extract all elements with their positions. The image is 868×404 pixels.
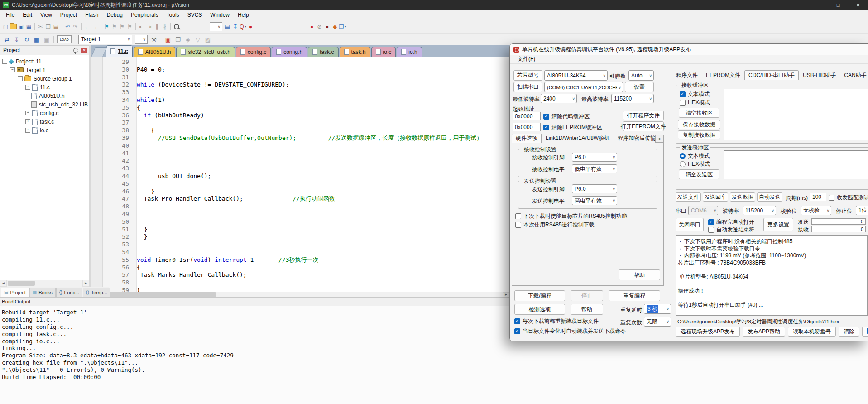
tx-hex-mode-radio[interactable]: HEX模式 — [680, 160, 710, 168]
cut-icon[interactable]: ✂ — [37, 23, 44, 31]
menu-window[interactable]: Window — [206, 11, 234, 19]
panel-close-icon[interactable]: ✕ — [81, 48, 87, 53]
match-test-checkbox[interactable]: 收发匹配测试 — [829, 194, 868, 202]
stopbit-combo[interactable]: 1位 — [856, 206, 868, 215]
menu-flash[interactable]: Flash — [81, 11, 102, 19]
rx-buffer-textarea[interactable] — [724, 89, 868, 140]
repeat-program-button[interactable]: 重复编程 — [609, 290, 660, 301]
com-combo[interactable]: COM6∨ — [688, 206, 718, 215]
undo-icon[interactable]: ↶ — [64, 23, 72, 31]
annotate-icon[interactable]: ▤ — [224, 23, 231, 31]
bookmark-next-icon[interactable]: ⚑ — [118, 23, 126, 31]
scroll-thumb[interactable] — [8, 281, 35, 286]
breakpoint-margin[interactable] — [91, 57, 103, 292]
autoload-on-change-checkbox[interactable]: 当目标文件变化时自动装载并发送下载命令 — [514, 327, 626, 335]
uncomment-icon[interactable]: ∦ — [161, 23, 168, 31]
send-data-button[interactable]: 发送数据 — [730, 192, 755, 202]
editor-tab-ai8051u-h[interactable]: AI8051U.h — [134, 47, 176, 57]
bookmark-prev-icon[interactable]: ⚑ — [110, 23, 118, 31]
expand-icon[interactable]: + — [25, 128, 30, 133]
editor-tab-config-h[interactable]: config.h — [272, 47, 307, 57]
sidebar-tab-project[interactable]: ▤Project — [1, 288, 29, 297]
tx-level-combo[interactable]: 高电平有效∨ — [572, 196, 617, 205]
tree-item-task-c[interactable]: +task.c — [0, 117, 89, 126]
expand-icon[interactable]: + — [25, 85, 30, 90]
editor-hscrollbar[interactable]: ◄ ► — [91, 292, 509, 297]
find-text-combo[interactable]: ∨ — [210, 22, 222, 31]
batch-build-icon[interactable]: ▦ — [32, 35, 42, 43]
more-settings-button[interactable]: 更多设置 — [763, 218, 793, 231]
rx-level-combo[interactable]: 低电平有效∨ — [572, 164, 617, 173]
navigate-back-icon[interactable]: ← — [83, 23, 91, 31]
hw-tab-1[interactable]: Link1D/Writer1A/U8W脱机 — [542, 134, 614, 143]
bottom-button-1[interactable]: 发布APP帮助 — [743, 327, 785, 337]
tree-item-project-11[interactable]: −Project: 11 — [0, 57, 89, 66]
auto-send-terminator-checkbox[interactable]: 自动发送结束符 — [708, 226, 754, 234]
send-enter-button[interactable]: 发送回车 — [703, 192, 728, 202]
menu-file[interactable]: File — [2, 11, 19, 19]
menu-project[interactable]: Project — [56, 11, 81, 19]
download-icon[interactable]: LOAD — [57, 35, 72, 43]
repeat-times-combo[interactable]: 无限∨ — [644, 317, 671, 327]
editor-tab-io-c[interactable]: io.c — [371, 47, 396, 57]
scroll-thumb[interactable] — [98, 292, 216, 297]
project-panel-hscrollbar[interactable]: ◄ ► — [0, 280, 89, 287]
filter-icon[interactable]: ▽ — [193, 35, 203, 43]
target-select-combo[interactable]: Target 1∨ — [78, 35, 132, 44]
clear-code-buffer-checkbox[interactable]: 清除代码缓冲区 — [543, 113, 590, 120]
translate-icon[interactable]: ⇄ — [2, 35, 12, 43]
pack-installer-icon[interactable]: ◈ — [183, 35, 193, 43]
window-layout-icon[interactable]: ❐ — [173, 35, 183, 43]
help-button[interactable]: 帮助 — [571, 304, 603, 315]
copy-icon[interactable]: ❐ — [44, 23, 52, 31]
code-address-input[interactable]: 0x0000 — [513, 112, 541, 120]
auto-open-after-program-checkbox[interactable]: 编程完自动打开 — [708, 218, 754, 226]
send-file-button[interactable]: 发送文件 — [676, 192, 701, 202]
save-rx-button[interactable]: 保存接收数据 — [678, 120, 720, 129]
menu-edit[interactable]: Edit — [19, 11, 36, 19]
menu-peripherals[interactable]: Peripherals — [127, 11, 163, 19]
serial-port-combo[interactable]: (COM6) CDC1-UART1,2CDC+HID∨ — [544, 82, 623, 92]
open-eeprom-file-button[interactable]: 打开EEPROM文件 — [623, 121, 664, 131]
menu-view[interactable]: View — [36, 11, 56, 19]
sidebar-tab-books[interactable]: ▥Books — [29, 288, 56, 297]
scroll-right-icon[interactable]: ► — [82, 280, 89, 287]
copy-rx-button[interactable]: 复制接收数据 — [678, 130, 720, 139]
tx-buffer-textarea[interactable] — [724, 150, 868, 179]
assist-tab-3[interactable]: USB-HID助手 — [799, 70, 840, 80]
assist-tab-1[interactable]: EEPROM文件 — [702, 70, 744, 80]
tx-pin-combo[interactable]: P6.0∨ — [572, 184, 617, 193]
menu-debug[interactable]: Debug — [103, 11, 127, 19]
paste-icon[interactable]: ▤ — [52, 23, 60, 31]
assist-tab-2[interactable]: CDC/HID-串口助手 — [744, 70, 799, 80]
new-file-icon[interactable]: ▢ — [2, 23, 10, 31]
editor-tab-stc32-stc8-usb-h[interactable]: stc32_stc8_usb.h — [176, 47, 235, 57]
record-icon[interactable]: ● — [247, 23, 254, 31]
tree-item-io-c[interactable]: +io.c — [0, 126, 89, 135]
chip-model-button[interactable]: 芯片型号 — [513, 70, 542, 81]
build-icon[interactable]: ↧ — [12, 35, 22, 43]
collapse-icon[interactable]: − — [10, 67, 15, 72]
min-baud-combo[interactable]: 2400∨ — [541, 94, 577, 103]
rs485-next-download-checkbox[interactable]: 下次下载时使能目标芯片的RS485控制功能 — [515, 212, 627, 220]
expand-icon[interactable]: + — [25, 111, 30, 115]
editor-tab-task-c[interactable]: task.c — [308, 47, 338, 57]
manage-components-icon[interactable]: ▣ — [163, 35, 173, 43]
indent-icon[interactable]: ⇥ — [145, 23, 153, 31]
open-program-file-button[interactable]: 打开程序文件 — [623, 111, 664, 120]
menu-tools[interactable]: Tools — [163, 11, 183, 19]
maximize-button[interactable]: □ — [828, 0, 848, 10]
pin-count-combo[interactable]: Auto∨ — [628, 70, 654, 81]
reload-before-download-checkbox[interactable]: 每次下载前都重新装载目标文件 — [514, 317, 599, 325]
spare-combo[interactable]: ∨ — [135, 35, 148, 44]
pin-icon[interactable] — [73, 48, 78, 53]
save-icon[interactable]: ▣ — [17, 23, 25, 31]
clear-eeprom-buffer-checkbox[interactable]: 清除EEPROM缓冲区 — [543, 124, 602, 131]
target-options-icon[interactable]: ⚒ — [149, 35, 159, 43]
max-baud-combo[interactable]: 115200∨ — [611, 94, 654, 103]
hw-tab-0[interactable]: 硬件选项 — [512, 134, 542, 143]
breakpoint-kill-icon[interactable]: ● — [323, 23, 331, 31]
rx-hex-mode-checkbox[interactable]: HEX模式 — [680, 99, 710, 106]
auto-send-button[interactable]: 自动发送 — [757, 192, 782, 202]
tree-item-stc-usb-cdc-32-lib[interactable]: stc_usb_cdc_32.LIB — [0, 100, 89, 109]
